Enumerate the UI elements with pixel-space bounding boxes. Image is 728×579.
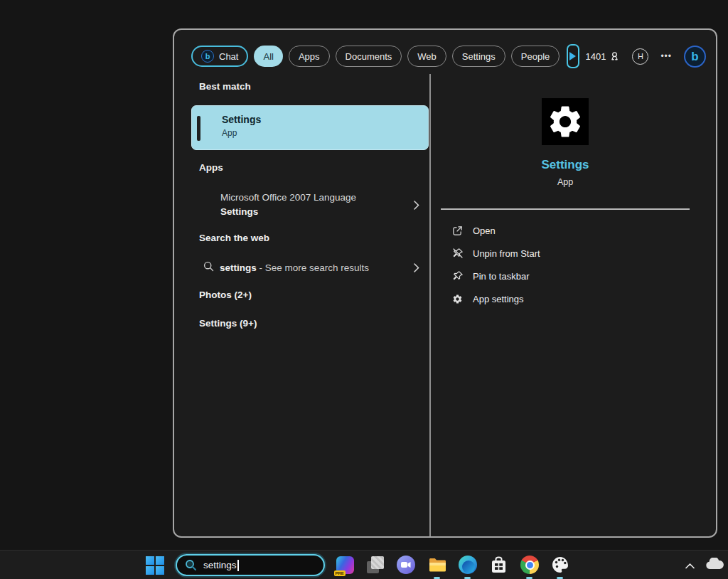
rewards-trophy-icon bbox=[609, 51, 620, 62]
search-input-value: settings bbox=[203, 560, 237, 570]
office-preview-icon: PRE bbox=[336, 556, 354, 574]
action-label: App settings bbox=[473, 294, 524, 304]
bing-chat-icon: b bbox=[201, 50, 214, 63]
taskbar-icon-chrome[interactable] bbox=[520, 555, 540, 575]
panel-divider bbox=[429, 74, 431, 536]
preview-subtitle: App bbox=[439, 177, 691, 187]
rewards-points[interactable]: 1401 bbox=[585, 51, 620, 62]
tab-apps[interactable]: Apps bbox=[289, 46, 330, 67]
account-button[interactable]: H bbox=[632, 48, 648, 65]
taskbar-icon-file-explorer[interactable] bbox=[427, 555, 447, 575]
tab-documents[interactable]: Documents bbox=[336, 46, 402, 67]
action-label: Pin to taskbar bbox=[473, 271, 530, 282]
account-initial: H bbox=[638, 52, 643, 60]
apps-header: Apps bbox=[199, 162, 223, 173]
more-options-button[interactable]: ••• bbox=[660, 51, 672, 61]
action-label: Open bbox=[473, 225, 496, 236]
more-tabs-button[interactable] bbox=[567, 44, 579, 68]
taskbar-search-input[interactable]: settings bbox=[176, 554, 325, 576]
search-icon bbox=[203, 261, 214, 275]
settings-app-tile bbox=[542, 98, 589, 145]
action-app-settings[interactable]: App settings bbox=[451, 287, 540, 310]
selection-bar bbox=[197, 116, 200, 141]
microsoft-store-icon bbox=[490, 556, 508, 574]
action-open[interactable]: Open bbox=[451, 219, 540, 242]
tab-people[interactable]: People bbox=[511, 46, 560, 67]
topbar-right-cluster: 1401 H ••• b bbox=[585, 46, 706, 68]
taskbar-icon-edge[interactable] bbox=[458, 555, 478, 575]
onedrive-cloud-icon[interactable] bbox=[705, 558, 724, 573]
action-label: Unpin from Start bbox=[473, 248, 540, 259]
result-line1: Microsoft Office 2007 Language bbox=[220, 192, 356, 203]
tab-chat[interactable]: b Chat bbox=[191, 46, 248, 67]
gear-icon bbox=[546, 102, 584, 141]
search-icon bbox=[185, 559, 197, 571]
unpin-icon bbox=[451, 248, 464, 259]
folder-icon bbox=[428, 556, 447, 573]
web-suffix: - See more search results bbox=[257, 262, 369, 273]
tab-settings[interactable]: Settings bbox=[452, 46, 505, 67]
chevron-right-icon[interactable] bbox=[414, 201, 419, 210]
windows-logo-icon bbox=[146, 556, 154, 565]
play-icon bbox=[569, 52, 577, 60]
best-match-title: Settings bbox=[222, 114, 261, 125]
desktop[interactable]: { "tabs": { "chat": "Chat", "all": "All"… bbox=[0, 0, 728, 579]
taskbar: settings PRE bbox=[0, 550, 728, 579]
paint-palette-icon bbox=[551, 556, 569, 574]
taskbar-icon-chat-video[interactable] bbox=[396, 555, 416, 575]
chevron-right-icon[interactable] bbox=[414, 263, 419, 272]
action-unpin-from-start[interactable]: Unpin from Start bbox=[451, 242, 540, 265]
tab-chat-label: Chat bbox=[219, 51, 238, 62]
rewards-count: 1401 bbox=[585, 51, 606, 62]
pre-badge: PRE bbox=[334, 570, 346, 576]
text-caret bbox=[237, 560, 239, 571]
result-web-search[interactable]: settings - See more search results bbox=[191, 256, 429, 279]
search-flyout-panel: b Chat All Apps Documents Web Settings P… bbox=[173, 28, 717, 538]
chat-video-icon bbox=[397, 556, 415, 574]
system-tray bbox=[685, 551, 724, 579]
bing-logo-button[interactable]: b bbox=[684, 46, 706, 68]
tab-web[interactable]: Web bbox=[407, 46, 446, 67]
tray-chevron-up-icon[interactable] bbox=[685, 559, 695, 572]
taskbar-icon-microsoft-store[interactable] bbox=[488, 555, 508, 575]
filter-tab-row: b Chat All Apps Documents Web Settings P… bbox=[191, 44, 706, 68]
action-list: Open Unpin from Start Pin to taskbar App… bbox=[451, 219, 540, 310]
stacked-windows-icon bbox=[366, 556, 385, 574]
settings-group-header: Settings (9+) bbox=[199, 318, 257, 329]
pin-icon bbox=[451, 270, 464, 282]
preview-title: Settings bbox=[439, 158, 691, 172]
edge-icon bbox=[459, 556, 477, 574]
result-office-language-settings[interactable]: Microsoft Office 2007 Language Settings bbox=[191, 186, 429, 223]
best-match-subtitle: App bbox=[222, 128, 261, 138]
taskbar-icon-paint-palette[interactable] bbox=[550, 555, 570, 575]
gear-icon bbox=[451, 294, 464, 304]
web-query: settings bbox=[220, 262, 257, 273]
taskbar-icon-office-preview[interactable]: PRE bbox=[335, 555, 355, 575]
result-line2: Settings bbox=[220, 206, 258, 217]
start-button[interactable] bbox=[146, 556, 164, 575]
best-match-header: Best match bbox=[199, 81, 251, 92]
best-match-result-settings[interactable]: Settings App bbox=[191, 105, 429, 150]
open-external-icon bbox=[451, 225, 464, 236]
preview-divider bbox=[441, 208, 690, 210]
taskbar-icon-stacked-windows[interactable] bbox=[365, 555, 385, 575]
bing-letter: b bbox=[691, 51, 698, 63]
action-pin-to-taskbar[interactable]: Pin to taskbar bbox=[451, 265, 540, 287]
tab-all[interactable]: All bbox=[254, 46, 282, 67]
photos-header: Photos (2+) bbox=[199, 290, 252, 300]
search-web-header: Search the web bbox=[199, 233, 269, 243]
chrome-icon bbox=[520, 556, 539, 574]
